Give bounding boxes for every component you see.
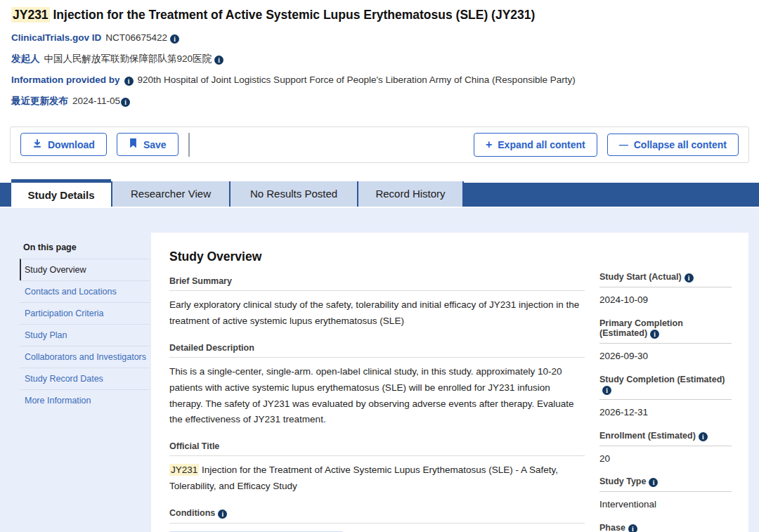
overview-main-column: Study Overview Brief Summary Early explo… [169,249,585,532]
info-provided-label: Information provided by [11,74,120,85]
sponsor-label: 发起人 [11,53,40,64]
info-icon[interactable] [214,56,223,65]
nct-id-label: ClinicalTrials.gov ID [11,32,101,43]
bookmark-icon [129,138,138,150]
fact-value: 2026-12-31 [599,406,732,420]
info-icon[interactable] [649,478,658,487]
detailed-description-label: Detailed Description [169,343,585,358]
info-icon[interactable] [121,98,130,107]
fact-primary-completion: Primary Completion (Estimated) 2026-09-3… [599,318,732,364]
fact-value: 20 [599,452,732,467]
nct-id-value: NCT06675422 [105,32,167,43]
title-text: Injection for the Treatment of Active Sy… [50,8,536,22]
fact-phase: Phase Phase 1 Phase 2 [599,523,732,532]
info-icon[interactable] [218,510,227,519]
study-page: JY231 Injection for the Treatment of Act… [0,0,759,532]
sidebar-item-study-overview[interactable]: Study Overview [20,259,150,280]
study-overview-card: Study Overview Brief Summary Early explo… [151,233,748,532]
study-facts-column: Study Start (Actual) 2024-10-09 Primary … [599,272,732,532]
sponsor-value: 中国人民解放军联勤保障部队第920医院 [44,53,212,64]
info-icon[interactable] [602,386,611,395]
toolbar-divider [188,133,190,157]
fact-study-completion: Study Completion (Estimated) 2026-12-31 [599,375,732,420]
info-icon[interactable] [170,34,179,44]
brief-summary-text: Early exploratory clinical study of the … [169,297,585,330]
brief-summary-label: Brief Summary [169,276,585,291]
official-title-rest: Injection for the Treatment of Active Sy… [169,465,558,491]
toolbar: Download Save + Expand all content — Col… [10,126,749,163]
last-update-value: 2024-11-05 [72,96,120,106]
info-icon[interactable] [628,524,637,532]
expand-all-label: Expand all content [498,139,585,150]
tab-bar: Study Details Researcher View No Results… [0,179,759,208]
plus-icon: + [486,138,492,151]
info-icon[interactable] [685,273,694,283]
nct-id-row: ClinicalTrials.gov IDNCT06675422 [11,32,748,44]
info-provided-value: 920th Hospital of Joint Logistics Suppor… [138,74,576,85]
fact-study-start: Study Start (Actual) 2024-10-09 [599,272,732,308]
collapse-all-button[interactable]: — Collapse all content [607,134,739,156]
last-update-row: 最近更新发布2024-11-05 [11,95,748,108]
sidebar-item-more-information[interactable]: More Information [20,389,150,411]
expand-all-button[interactable]: + Expand all content [474,133,597,157]
on-this-page-nav: On this page Study Overview Contacts and… [20,238,150,411]
info-icon[interactable] [124,77,134,86]
page-title: JY231 Injection for the Treatment of Act… [11,7,748,23]
download-label: Download [48,139,95,150]
fact-study-type: Study Type Interventional [599,476,732,512]
conditions-label: Conditions [169,508,585,524]
sponsor-row: 发起人中国人民解放军联勤保障部队第920医院 [11,53,748,65]
sidebar-item-contacts-and-locations[interactable]: Contacts and Locations [20,280,150,302]
official-title-label: Official Title [169,441,585,456]
fact-value: 2026-09-30 [599,349,732,364]
sidebar-item-study-plan[interactable]: Study Plan [20,324,150,346]
tab-no-results-posted[interactable]: No Results Posted [229,181,357,207]
info-provided-row: Information provided by920th Hospital of… [11,74,748,86]
tab-researcher-view[interactable]: Researcher View [111,181,229,207]
tabs: Study Details Researcher View No Results… [0,179,759,208]
content-area: On this page Study Overview Contacts and… [0,208,759,532]
official-title-text: JY231 Injection for the Treatment of Act… [169,462,585,495]
last-update-label: 最近更新发布 [11,96,68,106]
collapse-all-label: Collapse all content [634,139,727,150]
study-overview-heading: Study Overview [169,249,585,264]
sidebar-item-collaborators-and-investigators[interactable]: Collaborators and Investigators [20,346,150,368]
official-title-highlight: JY231 [169,464,199,476]
download-button[interactable]: Download [20,133,107,156]
title-highlight: JY231 [11,7,50,22]
sidebar-item-study-record-dates[interactable]: Study Record Dates [20,368,150,389]
download-icon [32,138,42,150]
info-icon[interactable] [650,330,659,339]
tab-study-details[interactable]: Study Details [11,179,111,208]
fact-value: Interventional [599,498,732,512]
sidebar-item-participation-criteria[interactable]: Participation Criteria [20,302,150,324]
header: JY231 Injection for the Treatment of Act… [0,0,759,108]
detailed-description-text: This is a single-center, single-arm. ope… [169,364,585,429]
info-icon[interactable] [699,432,708,441]
fact-value: 2024-10-09 [599,293,732,308]
column-gap [585,249,599,532]
tab-record-history[interactable]: Record History [357,181,464,207]
on-this-page-heading: On this page [20,238,150,259]
save-button[interactable]: Save [117,133,179,156]
minus-icon: — [619,139,628,150]
fact-enrollment: Enrollment (Estimated) 20 [599,431,732,467]
save-label: Save [143,139,167,150]
